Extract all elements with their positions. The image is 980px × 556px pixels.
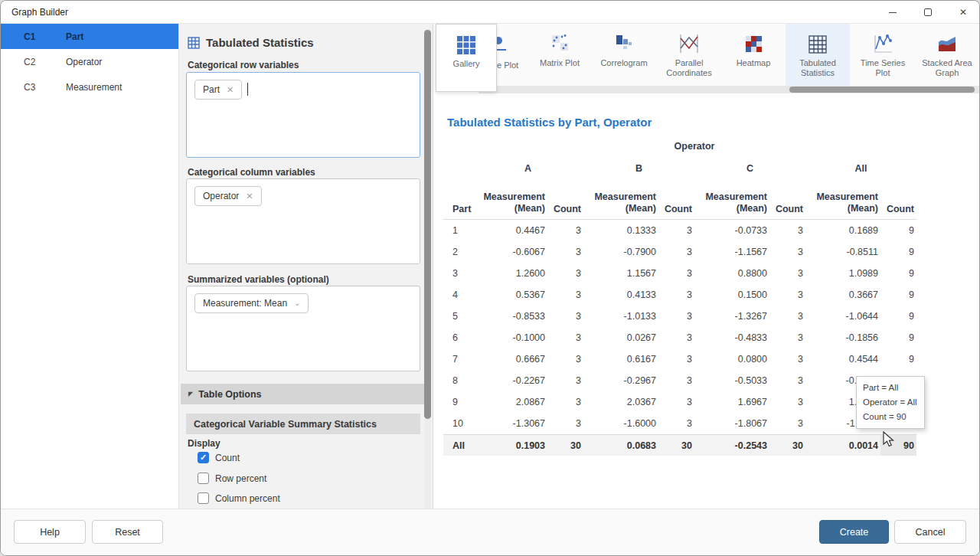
gallery-item-parallel-coordinates[interactable]: Parallel Coordinates — [657, 24, 721, 87]
summarized-variables-box[interactable]: Measurement: Mean ⌄ — [186, 286, 420, 371]
cell-mean: 2.0367 — [583, 397, 658, 407]
cell-part: 4 — [443, 289, 472, 300]
cell-mean: -0.2543 — [694, 440, 769, 451]
variable-chip-part[interactable]: Part ✕ — [194, 80, 242, 100]
table-row[interactable]: 8 -0.2267 3 -0.2967 3 -0.5033 3 -0.3422 … — [443, 370, 916, 391]
close-icon: ✕ — [959, 8, 967, 17]
gallery-item-stacked-area-graph[interactable]: Stacked Area Graph — [915, 24, 979, 87]
part-column-header: Part — [443, 204, 472, 214]
cell-mean: -0.2967 — [583, 375, 658, 386]
cell-mean: 0.1333 — [583, 225, 658, 236]
cell-mean: -1.3067 — [472, 418, 547, 429]
chip-label: Operator — [203, 191, 239, 201]
table-row[interactable]: 1 0.4467 3 0.1333 3 -0.0733 3 0.1689 9 — [443, 220, 916, 241]
table-row[interactable]: 3 1.2600 3 1.1567 3 0.8800 3 1.0989 9 — [443, 263, 916, 284]
table-icon — [188, 37, 200, 49]
tooltip-line: Part = All — [863, 381, 918, 395]
gallery-item-partial-plot[interactable]: e Plot — [491, 24, 544, 87]
mean-column-header: Measurement(Mean) — [694, 191, 769, 214]
group-header: All — [805, 163, 916, 174]
cell-mean: 0.0800 — [694, 354, 769, 365]
cell-part: 7 — [443, 354, 472, 365]
checkbox-count[interactable]: ✓ Count — [198, 452, 240, 463]
gallery-item-heatmap[interactable]: Heatmap — [721, 24, 786, 87]
window-title: Graph Builder — [11, 7, 68, 18]
sidebar-item-measurement[interactable]: C3 Measurement — [1, 74, 178, 100]
gallery-item-label: e Plot — [497, 61, 518, 70]
table-span-header-row: Operator — [443, 136, 916, 157]
minimize-button[interactable] — [875, 1, 910, 24]
gallery-item-time-series-plot[interactable]: Time Series Plot — [851, 24, 915, 87]
cell-mean: -0.2267 — [472, 375, 547, 386]
table-row[interactable]: 6 -0.1000 3 0.0267 3 -0.4833 3 -0.1856 9 — [443, 327, 916, 348]
cell-mean: 0.4133 — [583, 289, 658, 300]
group-header: B — [583, 163, 694, 174]
table-group-header-row: A B C All — [443, 157, 916, 180]
gallery-scrollbar-thumb[interactable] — [789, 87, 975, 93]
cell-mean: 1.1567 — [583, 268, 658, 279]
cell-tooltip: Part = All Operator = All Count = 90 — [856, 376, 925, 429]
cancel-button[interactable]: Cancel — [894, 520, 966, 544]
cell-count: 3 — [769, 397, 805, 407]
panel-scrollbar-thumb[interactable] — [424, 30, 431, 419]
table-row[interactable]: 10 -1.3067 3 -1.6000 3 -1.8067 3 -1.5711… — [443, 413, 916, 434]
table-options-header[interactable]: ◤ Table Options — [181, 384, 424, 404]
maximize-icon — [924, 8, 932, 16]
remove-chip-icon[interactable]: ✕ — [246, 192, 253, 201]
cell-mean: -0.1000 — [472, 332, 547, 343]
sidebar-item-part[interactable]: C1 Part — [1, 24, 178, 49]
cell-mean: -0.5033 — [694, 375, 769, 386]
cell-mean: 0.4544 — [805, 354, 880, 365]
gallery-item-tabulated-statistics[interactable]: Tabulated Statistics — [786, 24, 850, 87]
close-button[interactable]: ✕ — [946, 1, 980, 24]
sidebar-item-operator[interactable]: C2 Operator — [1, 49, 178, 74]
column-variables-box[interactable]: Operator ✕ — [186, 178, 420, 264]
table-row[interactable]: 2 -0.6067 3 -0.7900 3 -1.1567 3 -0.8511 … — [443, 241, 916, 263]
help-button[interactable]: Help — [14, 520, 86, 544]
column-id: C2 — [24, 57, 35, 67]
gallery-item-label: Stacked Area Graph — [915, 58, 979, 78]
cell-count: 3 — [658, 354, 694, 365]
cell-part: 3 — [443, 268, 472, 279]
gallery-item-label: Heatmap — [735, 58, 773, 68]
cell-count: 3 — [658, 225, 694, 236]
checkbox-checked-icon[interactable]: ✓ — [198, 452, 209, 463]
mean-column-header: Measurement(Mean) — [805, 191, 880, 214]
table-row[interactable]: 9 2.0867 3 2.0367 3 1.6967 3 1.9400 9 — [443, 391, 916, 413]
table-row[interactable]: 5 -0.8533 3 -1.0133 3 -1.3267 3 -1.0644 … — [443, 306, 916, 327]
gallery-item-correlogram[interactable]: Correlogram — [592, 24, 656, 87]
chevron-down-icon[interactable]: ⌄ — [294, 299, 300, 307]
remove-chip-icon[interactable]: ✕ — [227, 86, 234, 94]
maximize-button[interactable] — [910, 1, 946, 24]
cell-mean: 1.2600 — [472, 268, 547, 279]
tabulated-statistics-icon — [808, 34, 828, 54]
cell-count: 3 — [547, 397, 583, 407]
correlogram-icon — [613, 33, 635, 54]
matrix-plot-icon — [549, 33, 570, 54]
dialog-footer: Help Reset Create Cancel — [1, 509, 980, 556]
mean-column-header: Measurement(Mean) — [583, 191, 658, 214]
cell-mean: 0.0014 — [805, 440, 880, 451]
cell-count: 9 — [880, 311, 916, 322]
chip-label: Measurement: Mean — [203, 298, 287, 309]
checkbox-column-percent[interactable]: Column percent — [198, 492, 280, 504]
create-button[interactable]: Create — [819, 520, 889, 544]
gallery-item-label: Correlogram — [599, 58, 648, 68]
gallery-item-gallery[interactable]: Gallery — [436, 24, 497, 92]
row-variables-box[interactable]: Part ✕ — [186, 72, 420, 158]
checkbox-unchecked-icon[interactable] — [198, 492, 209, 504]
minimize-icon — [889, 12, 897, 13]
row-variables-label: Categorical row variables — [188, 60, 299, 70]
variable-chip-operator[interactable]: Operator ✕ — [194, 186, 262, 206]
table-row[interactable]: 4 0.5367 3 0.4133 3 0.1500 3 0.3667 9 — [443, 284, 916, 306]
table-row[interactable]: 7 0.6667 3 0.6167 3 0.0800 3 0.4544 9 — [443, 348, 916, 370]
reset-button[interactable]: Reset — [92, 520, 163, 544]
table-row[interactable]: All 0.1903 30 0.0683 30 -0.2543 30 0.001… — [443, 434, 916, 456]
variable-chip-measurement-mean[interactable]: Measurement: Mean ⌄ — [194, 293, 309, 313]
cell-mean: -1.1567 — [694, 247, 769, 257]
checkbox-row-percent[interactable]: Row percent — [198, 473, 266, 484]
cell-count: 3 — [547, 225, 583, 236]
cell-mean: -0.7900 — [583, 247, 658, 257]
checkbox-unchecked-icon[interactable] — [198, 473, 209, 484]
cell-count: 3 — [658, 418, 694, 429]
